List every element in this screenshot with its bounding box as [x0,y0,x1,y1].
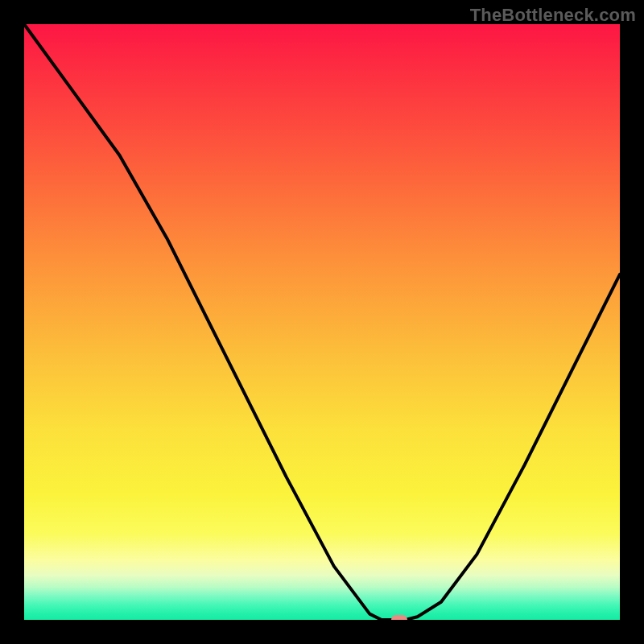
plot-area [24,24,620,620]
attribution-label: TheBottleneck.com [470,5,636,26]
bottleneck-curve [24,24,620,620]
optimal-point-marker [391,615,407,620]
chart-frame: TheBottleneck.com [0,0,644,644]
